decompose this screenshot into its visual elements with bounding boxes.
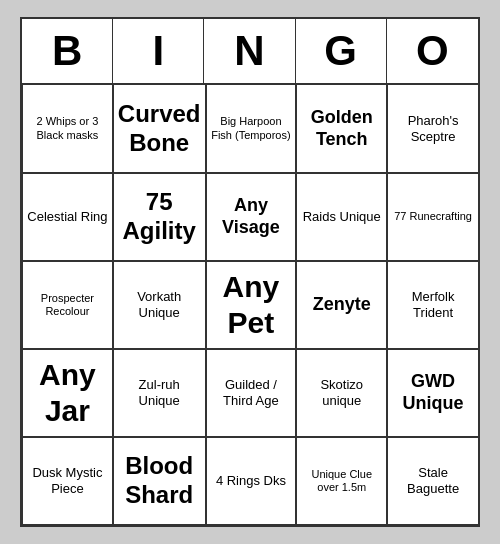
cell-text: Big Harpoon Fish (Temporos) bbox=[211, 115, 292, 141]
cell-text: Any Pet bbox=[211, 269, 292, 341]
cell-text: Stale Baguette bbox=[392, 465, 474, 496]
bingo-cell: Skotizo unique bbox=[296, 349, 387, 437]
bingo-cell: Blood Shard bbox=[113, 437, 206, 525]
bingo-cell: Merfolk Trident bbox=[387, 261, 478, 349]
bingo-cell: 2 Whips or 3 Black masks bbox=[22, 85, 113, 173]
bingo-cell: Any Jar bbox=[22, 349, 113, 437]
bingo-cell: 4 Rings Dks bbox=[206, 437, 297, 525]
bingo-cell: Stale Baguette bbox=[387, 437, 478, 525]
cell-text: Zenyte bbox=[313, 294, 371, 316]
bingo-letter: G bbox=[296, 19, 387, 83]
bingo-letter: I bbox=[113, 19, 204, 83]
bingo-cell: Big Harpoon Fish (Temporos) bbox=[206, 85, 297, 173]
bingo-cell: Dusk Mystic Piece bbox=[22, 437, 113, 525]
bingo-cell: Raids Unique bbox=[296, 173, 387, 261]
bingo-cell: Golden Tench bbox=[296, 85, 387, 173]
bingo-cell: Any Visage bbox=[206, 173, 297, 261]
bingo-cell: Zul-ruh Unique bbox=[113, 349, 206, 437]
cell-text: Raids Unique bbox=[303, 209, 381, 225]
cell-text: 77 Runecrafting bbox=[394, 210, 472, 223]
bingo-cell: Unique Clue over 1.5m bbox=[296, 437, 387, 525]
bingo-cell: 77 Runecrafting bbox=[387, 173, 478, 261]
cell-text: Guilded / Third Age bbox=[211, 377, 292, 408]
bingo-cell: Pharoh's Sceptre bbox=[387, 85, 478, 173]
cell-text: 2 Whips or 3 Black masks bbox=[27, 115, 108, 141]
bingo-card: BINGO 2 Whips or 3 Black masksCurved Bon… bbox=[20, 17, 480, 527]
cell-text: Blood Shard bbox=[118, 452, 201, 510]
cell-text: Golden Tench bbox=[301, 107, 382, 150]
bingo-header: BINGO bbox=[22, 19, 478, 85]
bingo-cell: Guilded / Third Age bbox=[206, 349, 297, 437]
bingo-cell: GWD Unique bbox=[387, 349, 478, 437]
cell-text: Merfolk Trident bbox=[392, 289, 474, 320]
bingo-cell: Zenyte bbox=[296, 261, 387, 349]
cell-text: Unique Clue over 1.5m bbox=[301, 468, 382, 494]
cell-text: Celestial Ring bbox=[27, 209, 107, 225]
bingo-cell: Curved Bone bbox=[113, 85, 206, 173]
cell-text: 75 Agility bbox=[118, 188, 201, 246]
cell-text: Zul-ruh Unique bbox=[118, 377, 201, 408]
cell-text: Curved Bone bbox=[118, 100, 201, 158]
bingo-cell: 75 Agility bbox=[113, 173, 206, 261]
bingo-cell: Celestial Ring bbox=[22, 173, 113, 261]
bingo-grid: 2 Whips or 3 Black masksCurved BoneBig H… bbox=[22, 85, 478, 525]
cell-text: Vorkath Unique bbox=[118, 289, 201, 320]
cell-text: Any Visage bbox=[211, 195, 292, 238]
bingo-cell: Any Pet bbox=[206, 261, 297, 349]
bingo-letter: N bbox=[204, 19, 295, 83]
bingo-cell: Prospecter Recolour bbox=[22, 261, 113, 349]
bingo-letter: O bbox=[387, 19, 478, 83]
cell-text: Pharoh's Sceptre bbox=[392, 113, 474, 144]
bingo-letter: B bbox=[22, 19, 113, 83]
cell-text: GWD Unique bbox=[392, 371, 474, 414]
bingo-cell: Vorkath Unique bbox=[113, 261, 206, 349]
cell-text: Any Jar bbox=[27, 357, 108, 429]
cell-text: Skotizo unique bbox=[301, 377, 382, 408]
cell-text: 4 Rings Dks bbox=[216, 473, 286, 489]
cell-text: Dusk Mystic Piece bbox=[27, 465, 108, 496]
cell-text: Prospecter Recolour bbox=[27, 292, 108, 318]
